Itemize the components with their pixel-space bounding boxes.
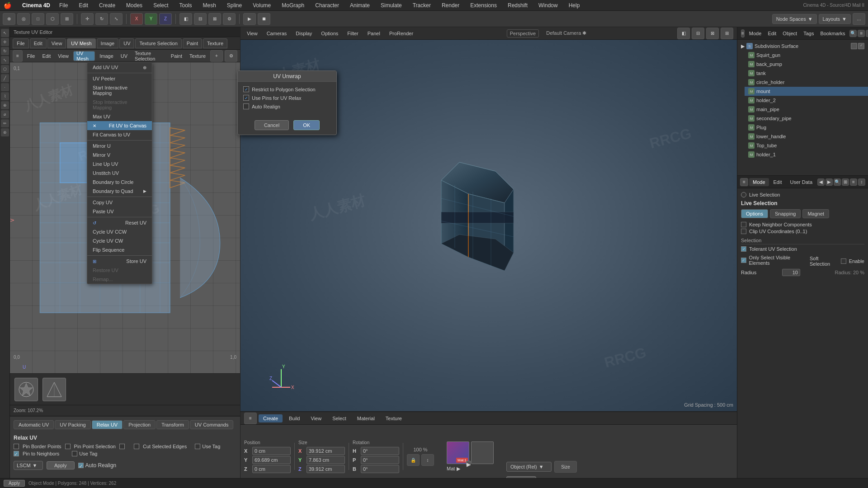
tab-transform[interactable]: Transform [156,420,189,429]
menu-item-mirror-v[interactable]: Mirror V [87,150,152,160]
layouts-dropdown[interactable]: Layouts ▼ [819,14,851,24]
attr-tab-mode[interactable]: Mode [749,178,769,186]
attr-back-btn[interactable]: ◀ [817,178,825,186]
use-tag1-checkbox[interactable] [72,451,77,456]
menu-window[interactable]: Window [537,1,560,9]
menu-item-lineup-uv[interactable]: Line Up UV [87,160,152,169]
pos-y-input[interactable] [252,456,291,464]
uv-tab-uv[interactable]: UV [119,38,134,48]
uv-menu-edit[interactable]: Edit [39,52,53,60]
btab-view[interactable]: View [307,414,326,422]
bottom-panel-toggle[interactable]: ≡ [244,413,257,424]
attr-tab-edit[interactable]: Edit [770,178,786,186]
tool-rotate-icon[interactable]: ↻ [1,47,9,55]
tool-point-icon[interactable]: · [1,83,9,91]
tool-magnet-icon[interactable]: ⊛ [1,128,9,136]
tab-automatic-uv[interactable]: Automatic UV [14,420,54,429]
scene-menu-edit[interactable]: Edit [766,30,778,37]
pin-point-check2[interactable] [119,444,125,449]
attr-search-icon[interactable]: 🔍 [834,178,841,186]
attr-btn-3[interactable]: ↕ [858,178,865,186]
menu-volume[interactable]: Volume [251,1,273,9]
menu-item-paste-uv[interactable]: Paste UV [87,207,152,216]
scene-item-main-pipe[interactable]: M main_pipe [745,105,868,114]
attr-btn-2[interactable]: ≡ [850,178,857,186]
toolbar-btn-4[interactable]: ⬡ [46,13,59,25]
uv-menu-uv2[interactable]: UV [118,52,130,60]
live-selection-radio[interactable] [741,192,746,197]
menu-modes[interactable]: Modes [124,1,144,9]
menu-item-unstitch[interactable]: Unstitch UV [87,169,152,178]
toolbar-btn-x[interactable]: X [130,13,143,25]
use-tag2-checkbox[interactable] [195,444,200,449]
tool-poly-icon[interactable]: ⬡ [1,65,9,73]
scene-item-holder-2[interactable]: M holder_2 [745,96,868,105]
uv-btn-1[interactable]: ≡ [13,50,23,62]
menu-select[interactable]: Select [151,1,170,9]
pos-x-input[interactable] [252,447,291,455]
vp-btn-4[interactable]: ⊞ [721,28,733,39]
menu-render[interactable]: Render [440,1,461,9]
uv-tab-paint[interactable]: Paint [183,38,202,48]
menu-item-copy-uv[interactable]: Copy UV [87,198,152,207]
scene-item-plug[interactable]: M Plug [745,123,868,132]
scene-item-secondary-pipe[interactable]: M secondary_pipe [745,114,868,123]
cut-edges-checkbox[interactable] [134,444,139,449]
toolbar-btn-mode3[interactable]: ⊠ [208,13,221,25]
menu-item-flip-seq[interactable]: Flip Sequence [87,245,152,254]
mat-preview-1[interactable]: Mat:1 ▶ [447,441,469,464]
scene-item-holder-1[interactable]: M holder_1 [745,150,868,159]
mat-arrow-1[interactable]: ▶ [466,461,471,465]
uv-tab-texture-sel[interactable]: Texture Selection [135,38,181,48]
vp-btn-1[interactable]: ◧ [677,28,690,39]
toolbar-rotate[interactable]: ↻ [95,13,108,25]
btab-material[interactable]: Material [353,414,379,422]
soft-selection-checkbox[interactable] [841,258,846,264]
uv-tab-texture[interactable]: Texture [203,38,227,48]
coord-arrow-icon[interactable]: ↕ [421,454,434,466]
size-x-input[interactable] [307,447,345,455]
toolbar-btn-render[interactable]: ▶ [243,13,256,25]
toolbar-btn-3[interactable]: □ [32,13,44,25]
scene-item-subdivision[interactable]: ▶ S Subdivision Surface ✓ [737,42,868,51]
clip-uv-checkbox[interactable] [741,229,746,234]
toolbar-move[interactable]: ✛ [81,13,94,25]
only-visible-checkbox[interactable]: ✓ [741,258,746,263]
menu-item-add-uv[interactable]: Add UV UV ⊕ [87,63,152,72]
btab-texture[interactable]: Texture [381,414,406,422]
scene-menu-object[interactable]: Object [781,30,799,37]
uv-tab-image[interactable]: Image [97,38,119,48]
auto-realign-checkbox[interactable]: ✓ [78,463,84,468]
menu-item-boundary-circle[interactable]: Boundary to Circle [87,178,152,187]
tool-loop-icon[interactable]: ⊕ [1,101,9,109]
vp-btn-3[interactable]: ⊠ [706,28,719,39]
menu-item-mirror-u[interactable]: Mirror U [87,141,152,150]
coord-lock-icon[interactable]: 🔒 [407,454,420,466]
scene-btn-2[interactable]: ≡ [858,30,865,37]
uv-menu-file[interactable]: File [24,52,38,60]
pin-neighbors-checkbox[interactable]: ✓ [14,451,19,456]
menu-mograph[interactable]: MoGraph [280,1,306,9]
mat-arrow-icon[interactable]: ▶ [457,466,460,472]
uv-tab-uvmesh[interactable]: UV Mesh [67,38,95,48]
toolbar-btn-z[interactable]: Z [159,13,172,25]
tool-edge-icon[interactable]: ╱ [1,74,9,82]
lscm-dropdown[interactable]: LSCM ▼ [14,461,43,470]
menu-item-cycle-ccw[interactable]: Cycle UV CCW [87,227,152,236]
scene-menu-tags[interactable]: Tags [802,30,816,37]
attr-toggle-btn[interactable]: ≡ [740,178,748,186]
toolbar-btn-2[interactable]: ◎ [17,13,30,25]
sub-check-icon[interactable]: ✓ [858,43,864,49]
uv-menu-view2[interactable]: View [55,52,71,60]
size-button[interactable]: Size [554,461,577,473]
use-pins-checkbox[interactable] [243,95,249,101]
toolbar-btn-mode1[interactable]: ◧ [179,13,192,25]
dialog-cancel-button[interactable]: Cancel [255,120,289,130]
tool-brush-icon[interactable]: ⌀ [1,110,9,118]
menu-create[interactable]: Create [97,1,117,9]
menu-tools[interactable]: Tools [177,1,193,9]
btab-select[interactable]: Select [328,414,351,422]
uv-tab-file[interactable]: File [13,38,29,48]
attr-btn-1[interactable]: ⊞ [842,178,849,186]
dialog-ok-button[interactable]: OK [293,120,320,130]
